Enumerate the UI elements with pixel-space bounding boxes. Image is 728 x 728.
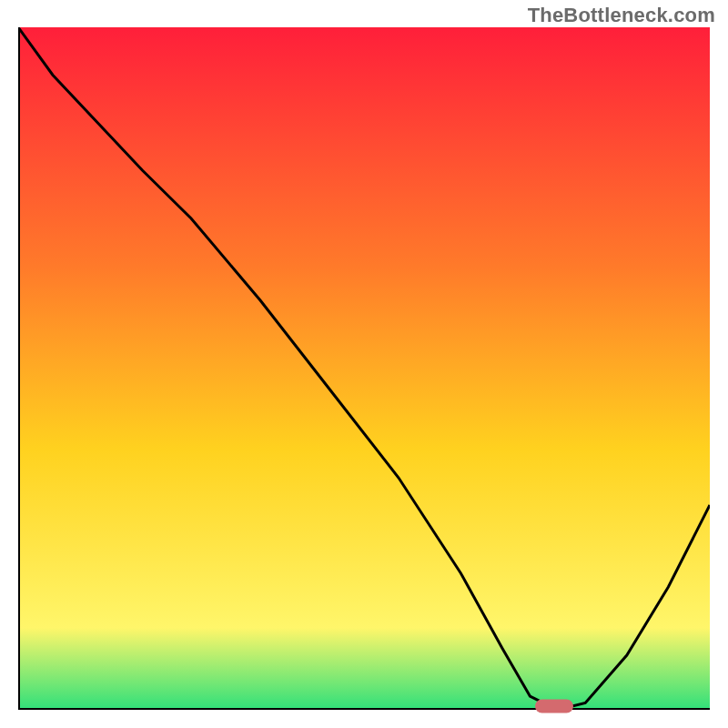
chart-frame: TheBottleneck.com — [0, 0, 728, 728]
plot-area — [18, 27, 710, 710]
chart-svg — [18, 27, 710, 710]
watermark-text: TheBottleneck.com — [528, 4, 715, 27]
optimal-marker — [535, 700, 573, 713]
gradient-background — [18, 27, 710, 710]
